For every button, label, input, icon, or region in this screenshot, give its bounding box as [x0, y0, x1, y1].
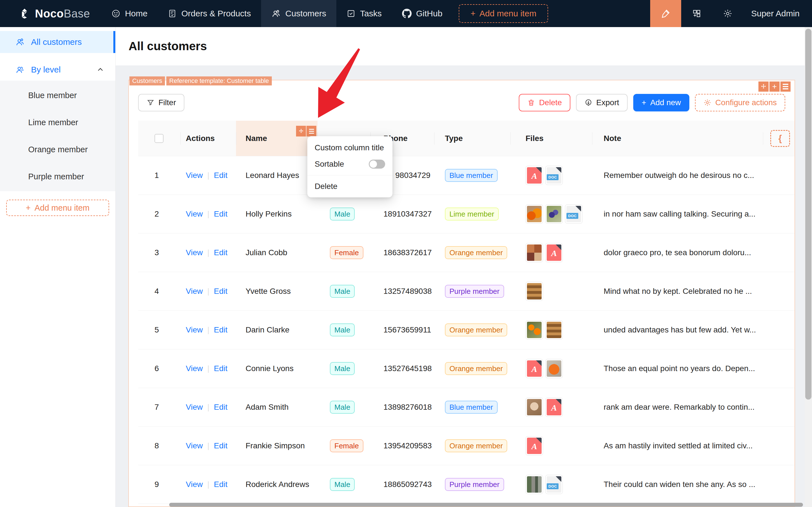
configure-actions-button[interactable]: Configure actions: [695, 94, 785, 111]
sidebar-add-menu-item-button[interactable]: + Add menu item: [6, 200, 109, 216]
view-link[interactable]: View: [186, 480, 203, 489]
member-type-tag: Purple member: [445, 285, 504, 298]
view-link[interactable]: View: [186, 210, 203, 219]
edit-link[interactable]: Edit: [214, 364, 227, 373]
sortable-toggle[interactable]: [369, 160, 385, 169]
name-cell: Darin Clarke: [236, 325, 317, 334]
row-index: 8: [138, 441, 180, 450]
sidebar-item-by-level[interactable]: By level: [0, 59, 115, 81]
nav-item-github[interactable]: GitHub: [392, 0, 453, 27]
doc-file-icon[interactable]: DOC: [545, 166, 563, 185]
header-type: Type: [434, 121, 510, 156]
nav-item-orders-products[interactable]: Orders & Products: [158, 0, 261, 27]
nav-item-customers[interactable]: Customers: [261, 0, 336, 27]
doc-file-icon[interactable]: DOC: [565, 205, 582, 224]
gender-cell: Male: [317, 401, 370, 414]
phone-cell: 13898276018: [370, 403, 434, 412]
horizontal-scrollbar-thumb[interactable]: [169, 503, 803, 507]
sidebar-item-orange-member[interactable]: Orange member: [0, 136, 115, 163]
view-link[interactable]: View: [186, 403, 203, 412]
select-all-checkbox[interactable]: [155, 134, 164, 143]
menu-item-delete-column[interactable]: Delete: [307, 178, 393, 194]
view-link[interactable]: View: [186, 171, 203, 180]
menu-item-sortable[interactable]: Sortable: [307, 156, 393, 172]
sidebar-add-label: Add menu item: [35, 203, 90, 213]
photo-thumbnail[interactable]: [545, 359, 563, 378]
add-column-button[interactable]: {: [770, 130, 790, 147]
pdf-file-icon[interactable]: A: [545, 243, 563, 262]
view-link[interactable]: View: [186, 325, 203, 334]
column-designer-toolbar: [296, 126, 316, 136]
nocobase-logo[interactable]: NocoBase: [0, 0, 101, 27]
gender-tag: Female: [330, 439, 363, 452]
files-cell: [510, 320, 592, 339]
photo-thumbnail[interactable]: [526, 398, 543, 417]
app-root: NocoBase Home Orders & Products Customer…: [0, 0, 812, 507]
filter-button[interactable]: Filter: [138, 94, 184, 111]
pdf-file-icon[interactable]: A: [526, 166, 543, 185]
photo-thumbnail[interactable]: [526, 282, 543, 301]
plugin-blocks-button[interactable]: [681, 0, 712, 27]
pdf-file-icon[interactable]: A: [526, 359, 543, 378]
drag-handle-icon[interactable]: [758, 81, 768, 92]
edit-link[interactable]: Edit: [214, 480, 227, 489]
file-preview: [527, 476, 542, 493]
photo-thumbnail[interactable]: [526, 205, 543, 224]
sidebar-item-purple-member[interactable]: Purple member: [0, 163, 115, 190]
pdf-file-icon[interactable]: A: [545, 398, 563, 417]
edit-link[interactable]: Edit: [214, 248, 227, 257]
phone-cell: 15673659911: [370, 325, 434, 334]
user-menu[interactable]: Super Admin: [743, 0, 812, 27]
column-drag-handle-icon[interactable]: [296, 126, 306, 136]
photo-thumbnail[interactable]: [545, 320, 563, 339]
edit-link[interactable]: Edit: [214, 287, 227, 296]
file-preview: A: [527, 360, 542, 377]
edit-link[interactable]: Edit: [214, 171, 227, 180]
view-link[interactable]: View: [186, 248, 203, 257]
file-preview: [527, 244, 542, 261]
column-menu-icon[interactable]: [306, 126, 316, 136]
view-link[interactable]: View: [186, 287, 203, 296]
photo-thumbnail[interactable]: [545, 205, 563, 224]
edit-link[interactable]: Edit: [214, 210, 227, 219]
ui-editor-toggle-button[interactable]: [650, 0, 681, 27]
edit-link[interactable]: Edit: [214, 441, 227, 450]
file-preview: A: [547, 244, 561, 261]
header-name[interactable]: Name: [236, 121, 317, 156]
settings-button[interactable]: [712, 0, 743, 27]
note-cell: As am hastily invited settled at limited…: [592, 441, 763, 450]
vertical-scrollbar-thumb[interactable]: [805, 29, 811, 400]
delete-button[interactable]: Delete: [519, 94, 570, 111]
row-actions: View|Edit: [180, 403, 236, 412]
edit-link[interactable]: Edit: [214, 403, 227, 412]
member-type-tag: Purple member: [445, 478, 504, 491]
link-divider: |: [207, 210, 209, 219]
delete-label: Delete: [539, 98, 562, 107]
vertical-scrollbar[interactable]: [805, 27, 812, 507]
nav-item-tasks[interactable]: Tasks: [336, 0, 392, 27]
photo-thumbnail[interactable]: [526, 475, 543, 494]
photo-thumbnail[interactable]: [526, 320, 543, 339]
nav-item-home[interactable]: Home: [101, 0, 158, 27]
block-menu-icon[interactable]: [780, 81, 791, 92]
file-preview: DOC: [567, 206, 581, 222]
view-link[interactable]: View: [186, 364, 203, 373]
add-block-icon[interactable]: +: [769, 81, 779, 92]
gender-tag: Male: [330, 208, 355, 221]
table-row: 1View|EditLeonard Hayes98034729Blue memb…: [138, 156, 795, 195]
sidebar-item-blue-member[interactable]: Blue member: [0, 82, 115, 109]
phone-cell: 13257489038: [370, 287, 434, 296]
export-button[interactable]: Export: [576, 94, 628, 111]
navbar-add-menu-item-button[interactable]: + Add menu item: [459, 4, 548, 23]
add-new-button[interactable]: + Add new: [633, 94, 689, 111]
edit-link[interactable]: Edit: [214, 325, 227, 334]
sidebar-item-lime-member[interactable]: Lime member: [0, 109, 115, 136]
type-cell: Lime member: [434, 208, 510, 221]
pdf-file-icon[interactable]: A: [526, 436, 543, 455]
gender-cell: Male: [317, 285, 370, 298]
doc-file-icon[interactable]: DOC: [545, 475, 563, 494]
view-link[interactable]: View: [186, 441, 203, 450]
photo-thumbnail[interactable]: [526, 243, 543, 262]
sidebar-item-all-customers[interactable]: All customers: [0, 31, 115, 53]
menu-item-custom-column-title[interactable]: Custom column title: [307, 139, 393, 156]
